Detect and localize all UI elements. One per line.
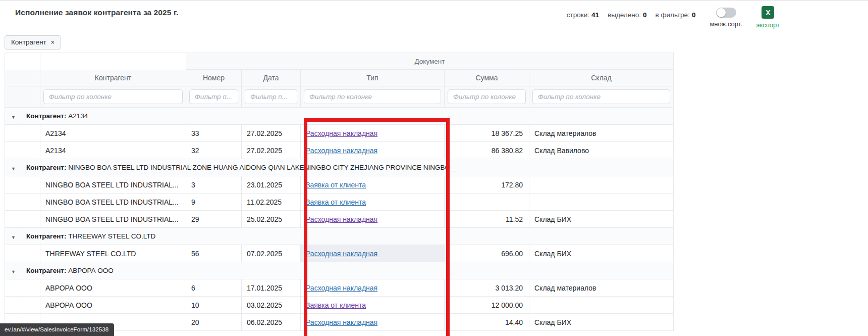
table-row: THREEWAY STEEL CO.LTD5607.02.2025Расходн… [5,245,674,262]
group-expand-button[interactable]: ▼ [5,159,22,176]
group-label: Контрагент: A2134 [22,108,674,125]
cell-sklad [529,297,674,314]
chip-label: Контрагент [11,38,46,46]
cell-sklad: Склад БИХ [529,211,674,228]
document-type-link[interactable]: Расходная накладная [306,318,377,326]
grid-stats: строки:41 выделено:0 в фильтре:0 [567,11,696,19]
multi-sort-label: множ.сорт. [710,20,742,28]
row-select-cell[interactable] [22,279,40,297]
toggle-switch-off[interactable] [716,8,736,18]
row-select-cell[interactable] [22,194,40,211]
group-label: Контрагент: THREEWAY STEEL CO.LTD [22,228,674,245]
cell-nomer: 32 [186,142,242,159]
row-select-cell[interactable] [22,125,40,142]
cell-tip: Расходная накладная [301,211,445,228]
filter-row [5,86,674,108]
group-row: ▼Контрагент: АВРОРА ООО [5,262,674,279]
row-select-cell[interactable] [22,142,40,159]
multi-sort-toggle[interactable]: множ.сорт. [710,6,742,28]
cell-summa: 696.00 [445,245,529,262]
filter-input-kontragent[interactable] [43,89,183,104]
table-row: АВРОРА ООО617.01.2025Расходная накладная… [5,279,674,297]
cell-data: 17.01.2025 [242,279,301,297]
document-type-link[interactable]: Расходная накладная [306,147,377,155]
cell-kontragent: THREEWAY STEEL CO.LTD [40,245,186,262]
row-expand-cell [5,245,22,262]
column-header-sklad[interactable]: Склад [529,70,674,86]
select-all-header[interactable] [22,70,40,86]
group-label: Контрагент: NINGBO BOA STEEL LTD INDUSTR… [22,159,674,176]
column-header-kontragent[interactable]: Контрагент [40,70,186,86]
filter-input-tip[interactable] [304,89,441,104]
cell-nomer: 9 [186,194,242,211]
group-expand-button[interactable]: ▼ [5,262,22,279]
group-expand-button[interactable]: ▼ [5,228,22,245]
grouping-chips: Контрагент × [5,35,868,50]
document-type-link[interactable]: Расходная накладная [306,250,377,258]
document-type-link[interactable]: Расходная накладная [306,284,377,292]
filter-input-data[interactable] [245,89,297,104]
row-select-cell[interactable] [22,211,40,228]
filter-input-summa[interactable] [448,89,526,104]
group-label-prefix: Контрагент: [26,164,66,171]
page-title: Исполнение заявок контрагента за 2025 г. [15,8,178,17]
cell-nomer: 20 [186,314,242,331]
document-type-link[interactable]: Заявка от клиента [306,301,366,309]
cell-sklad: Склад БИХ [529,245,674,262]
cell-kontragent: NINGBO BOA STEEL LTD INDUSTRIAL... [40,211,186,228]
row-select-cell[interactable] [22,245,40,262]
cell-kontragent: A2134 [40,125,186,142]
row-select-cell[interactable] [22,176,40,194]
column-header-summa[interactable]: Сумма [445,70,529,86]
stat-selected: выделено:0 [608,11,646,19]
export-button[interactable]: X экспорт [756,6,780,29]
group-label-prefix: Контрагент: [26,267,66,274]
group-expand-button[interactable]: ▼ [5,108,22,125]
cell-summa [445,194,529,211]
cell-nomer: 6 [186,279,242,297]
table-row: A21343227.02.2025Расходная накладная86 3… [5,142,674,159]
filter-input-sklad[interactable] [532,89,670,104]
cell-summa: 14.40 [445,314,529,331]
cell-tip: Расходная накладная [301,279,445,297]
row-select-cell[interactable] [22,297,40,314]
cell-tip: Заявка от клиента [301,297,445,314]
cell-summa: 3 013.20 [445,279,529,297]
column-header-tip[interactable]: Тип [301,70,445,86]
document-type-link[interactable]: Заявка от клиента [306,198,366,206]
row-expand-cell [5,279,22,297]
cell-summa: 172.80 [445,176,529,194]
cell-tip: Расходная накладная [301,245,445,262]
caret-down-icon: ▼ [11,269,16,274]
document-type-link[interactable]: Расходная накладная [306,129,377,137]
expand-all-header[interactable] [5,70,22,86]
filter-chip-kontragent[interactable]: Контрагент × [5,35,61,50]
cell-kontragent: АВРОРА ООО [40,279,186,297]
table-row: NINGBO BOA STEEL LTD INDUSTRIAL...911.02… [5,194,674,211]
app-window: Исполнение заявок контрагента за 2025 г.… [0,0,868,336]
cell-data: 27.02.2025 [242,125,301,142]
cell-sklad [529,176,674,194]
caret-down-icon: ▼ [11,166,16,171]
filter-input-nomer[interactable] [189,89,238,104]
cell-tip: Заявка от клиента [301,194,445,211]
cell-summa: 11.52 [445,211,529,228]
group-header-row: Документ [5,53,674,70]
group-label-value: THREEWAY STEEL CO.LTD [68,232,155,240]
cell-tip: Расходная накладная [301,314,445,331]
table-row: NINGBO BOA STEEL LTD INDUSTRIAL...323.01… [5,176,674,194]
column-header-data[interactable]: Дата [242,70,301,86]
cell-sklad: Склад материалов [529,279,674,297]
column-header-nomer[interactable]: Номер [186,70,242,86]
cell-nomer: 56 [186,245,242,262]
cell-nomer: 3 [186,176,242,194]
close-icon[interactable]: × [51,39,55,45]
cell-data: 03.02.2025 [242,297,301,314]
group-row: ▼Контрагент: A2134 [5,108,674,125]
cell-data: 27.02.2025 [242,142,301,159]
document-type-link[interactable]: Расходная накладная [306,215,377,223]
document-type-link[interactable]: Заявка от клиента [306,181,366,189]
cell-data: 25.02.2025 [242,211,301,228]
group-label-value: NINGBO BOA STEEL LTD INDUSTRIAL ZONE HUA… [68,164,456,171]
cell-kontragent: NINGBO BOA STEEL LTD INDUSTRIAL... [40,176,186,194]
